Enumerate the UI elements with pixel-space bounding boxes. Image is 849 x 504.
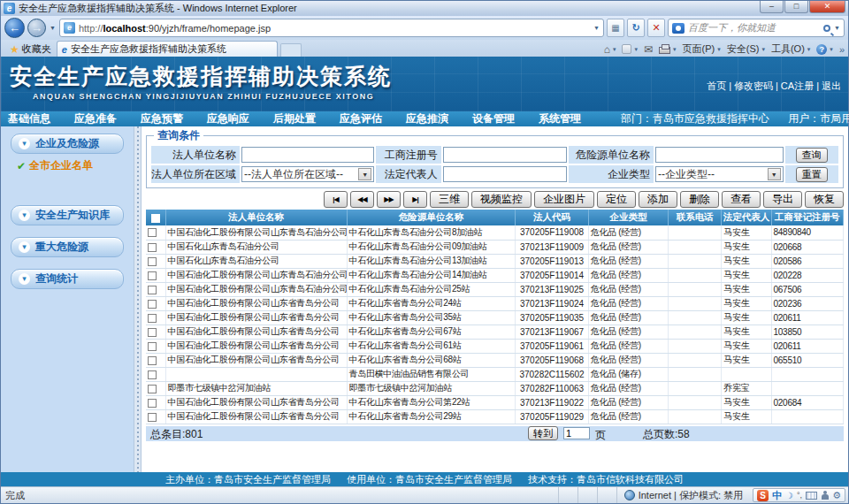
row-checkbox[interactable]	[148, 243, 157, 252]
search-button[interactable]: 查询	[796, 148, 828, 163]
sidebar-panel-major-hazard[interactable]: ▾ 重大危险源	[11, 237, 124, 257]
wrench-icon[interactable]: ⚙	[832, 490, 841, 501]
row-checkbox[interactable]	[148, 328, 157, 337]
close-button[interactable]: ✕	[809, 1, 845, 13]
print-button[interactable]	[659, 44, 677, 54]
minimize-button[interactable]: –	[760, 1, 784, 13]
header-link[interactable]: 修改密码	[726, 80, 773, 93]
nav-menu-item[interactable]: 系统管理	[539, 111, 581, 126]
command-menu-item[interactable]: 页面(P)	[683, 42, 721, 56]
back-button[interactable]: ←	[4, 18, 25, 38]
row-checkbox[interactable]	[148, 385, 157, 393]
nav-menu-item[interactable]: 设备管理	[472, 111, 515, 126]
table-row[interactable]: 中国石油化工股份有限公司山东省青岛分公司 中石化山东省青岛分公司68站 3702…	[146, 353, 844, 367]
search-box[interactable]: 百度一下，你就知道 ▼	[668, 19, 845, 37]
table-row[interactable]: 中国石油化工股份有限公司山东省青岛分公司 中石化山东省青岛分公司29站 3702…	[146, 409, 844, 424]
goto-page-button[interactable]: 转到	[528, 426, 558, 440]
toolbar-action-button[interactable]: 企业图片	[534, 191, 594, 208]
table-row[interactable]: 中国石油化工股份有限公司山东省青岛分公司 中石化山东省青岛分公司24站 3702…	[146, 296, 844, 310]
sidebar-panel-query-statistics[interactable]: ▾ 查询统计	[11, 269, 124, 289]
pager-button[interactable]: |◀	[324, 191, 348, 208]
more-commands-icon[interactable]: »	[839, 44, 845, 55]
sogou-logo-icon[interactable]: S	[757, 490, 769, 501]
header-link[interactable]: 首页	[707, 80, 726, 93]
compatibility-view-button[interactable]: ▦	[607, 19, 624, 37]
table-row[interactable]: 中国石油化工股份有限公司山东省青岛分公司 中石化山东省青岛分公司67站 3702…	[146, 325, 844, 339]
reset-button[interactable]: 重置	[796, 167, 828, 182]
row-checkbox[interactable]	[148, 314, 157, 323]
select-all-checkbox[interactable]	[151, 214, 160, 223]
table-row[interactable]: 中国石油化工股份有限公司山东省青岛分公司 中石化山东省青岛分公司35站 3702…	[146, 310, 844, 325]
legal-name-input[interactable]	[241, 147, 374, 163]
row-checkbox[interactable]	[148, 356, 157, 365]
table-row[interactable]: 即墨市七级镇中岔河加油站 即墨市七级镇中岔河加油站 370282F110063 …	[146, 381, 844, 395]
row-checkbox[interactable]	[148, 370, 157, 379]
row-checkbox[interactable]	[148, 228, 157, 237]
page-number-input[interactable]	[563, 427, 590, 439]
toolbar-action-button[interactable]: 恢复	[805, 191, 844, 208]
sidebar-splitter[interactable]	[134, 126, 142, 472]
toolbar-action-button[interactable]: 定位	[597, 191, 636, 208]
help-button[interactable]: ?	[816, 44, 833, 55]
row-checkbox[interactable]	[148, 257, 157, 266]
sidebar-item-city-enterprise-list[interactable]: ✔ 全市企业名单	[17, 158, 134, 173]
row-checkbox[interactable]	[148, 271, 157, 280]
maximize-button[interactable]: □	[784, 1, 808, 13]
moon-icon[interactable]: ☽	[785, 491, 793, 500]
favorites-button[interactable]: ★ 收藏夹	[4, 42, 57, 57]
pager-button[interactable]: ▶▶	[377, 191, 401, 208]
toolbar-action-button[interactable]: 视频监控	[471, 191, 532, 208]
address-dropdown-icon[interactable]: ▼	[593, 25, 600, 31]
forward-button[interactable]: →	[27, 19, 46, 37]
toolbar-action-button[interactable]: 删除	[680, 191, 719, 208]
sidebar-panel-safety-knowledge[interactable]: ▾ 安全生产知识库	[11, 205, 124, 225]
table-row[interactable]: 中国石油化工股份有限公司山东青岛石油分公司 中石化山东青岛石油分公司8加油站 3…	[146, 225, 844, 240]
nav-menu-item[interactable]: 应急响应	[207, 111, 249, 126]
keyboard-icon[interactable]	[806, 492, 817, 500]
punctuation-icon[interactable]: °,	[797, 491, 802, 500]
table-row[interactable]: 中国石油化工股份有限公司山东青岛石油分公司 中石化山东青岛石油分公司14加油站 …	[146, 268, 844, 282]
toolbar-action-button[interactable]: 三维	[430, 191, 469, 208]
home-button[interactable]: ⌂	[604, 43, 616, 56]
business-reg-input[interactable]	[443, 147, 568, 163]
table-row[interactable]: 中国石油化工股份有限公司山东省青岛分公司 中石化山东省青岛分公司第22站 370…	[146, 395, 844, 409]
legal-rep-input[interactable]	[443, 166, 568, 182]
command-menu-item[interactable]: 安全(S)	[727, 42, 765, 56]
table-row[interactable]: 青岛田横中油油品销售有限公司 370282C115602 危化品 (储存)	[146, 367, 844, 381]
toolbar-action-button[interactable]: 查看	[722, 191, 761, 208]
nav-menu-item[interactable]: 基础信息	[8, 111, 50, 126]
enterprise-type-select[interactable]: --企业类型--▼	[655, 166, 784, 182]
person-icon[interactable]	[821, 491, 829, 500]
nav-menu-item[interactable]: 应急推演	[406, 111, 448, 126]
history-dropdown-icon[interactable]: ▼	[49, 25, 57, 31]
table-row[interactable]: 中国石化山东青岛石油分公司 中石化山东青岛石油分公司13加油站 370205F1…	[146, 254, 844, 268]
row-checkbox[interactable]	[148, 286, 157, 294]
chinese-mode-icon[interactable]: 中	[772, 489, 782, 502]
table-row[interactable]: 中国石油化工股份有限公司山东省青岛分公司 中石化山东省青岛分公司61站 3702…	[146, 339, 844, 353]
read-mail-icon[interactable]: ✉	[644, 43, 653, 56]
search-dropdown-icon[interactable]: ▼	[834, 25, 840, 31]
row-checkbox[interactable]	[148, 413, 157, 422]
header-link[interactable]: 退出	[814, 80, 841, 93]
nav-menu-item[interactable]: 应急预警	[141, 111, 183, 126]
row-checkbox[interactable]	[148, 300, 157, 309]
hazard-name-input[interactable]	[655, 147, 784, 163]
search-icon[interactable]	[823, 25, 830, 32]
table-row[interactable]: 中国石化山东青岛石油分公司 中石化山东青岛石油分公司09加油站 370213F1…	[146, 240, 844, 254]
command-menu-item[interactable]: 工具(O)	[771, 42, 810, 56]
stop-button[interactable]: ✕	[647, 19, 665, 37]
pager-button[interactable]: ▶|	[403, 191, 427, 208]
refresh-button[interactable]: ↻	[627, 19, 645, 37]
table-row[interactable]: 中国石油化工股份有限公司山东青岛石油分公司 中石化山东青岛石油分公司25站 37…	[146, 282, 844, 296]
row-checkbox[interactable]	[148, 342, 157, 351]
legal-region-select[interactable]: --法人单位所在区域--▼	[241, 166, 374, 182]
browser-tab[interactable]: e 安全生产应急救援指挥辅助决策系统	[57, 41, 278, 57]
feeds-button[interactable]	[622, 44, 638, 54]
header-link[interactable]: CA注册	[773, 80, 814, 93]
nav-menu-item[interactable]: 应急准备	[74, 111, 117, 126]
sidebar-panel-enterprise-hazard[interactable]: ▾ 企业及危险源	[11, 134, 124, 154]
toolbar-action-button[interactable]: 导出	[763, 191, 802, 208]
new-tab-button[interactable]	[280, 43, 302, 57]
row-checkbox[interactable]	[148, 399, 157, 408]
pager-button[interactable]: ◀◀	[350, 191, 374, 208]
